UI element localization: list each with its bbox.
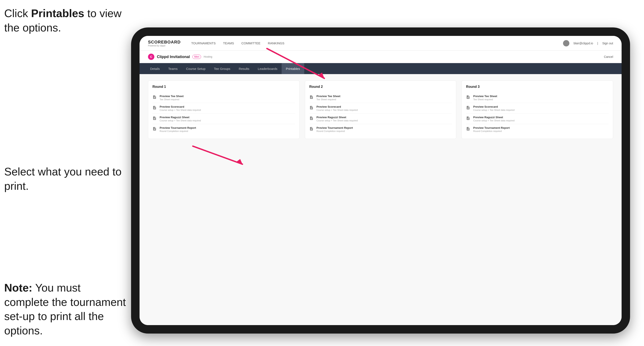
top-nav: SCOREBOARD Powered by clippd TOURNAMENTS… bbox=[140, 36, 622, 51]
r1-scorecard-title: Preview Scorecard bbox=[160, 105, 201, 108]
r1-raguzzi-sub: Course setup + Tee Sheet data required bbox=[160, 119, 201, 122]
round2-scorecard[interactable]: Preview Scorecard Course setup + Tee She… bbox=[309, 103, 452, 114]
tournament-badge: Men bbox=[192, 55, 201, 59]
r2-report-title: Preview Tournament Report bbox=[316, 126, 353, 129]
user-avatar bbox=[563, 40, 569, 46]
round1-tournament-report[interactable]: Preview Tournament Report Round Completi… bbox=[152, 124, 295, 135]
r3-scorecard-sub: Course setup + Tee Sheet data required bbox=[473, 109, 514, 111]
document-icon bbox=[309, 127, 314, 132]
r1-scorecard-sub: Course setup + Tee Sheet data required bbox=[160, 109, 201, 111]
round-1-title: Round 1 bbox=[152, 85, 295, 89]
app-content: SCOREBOARD Powered by clippd TOURNAMENTS… bbox=[140, 36, 622, 325]
tab-course-setup[interactable]: Course Setup bbox=[182, 63, 210, 74]
tab-details[interactable]: Details bbox=[146, 63, 164, 74]
instruction-top: Click Printables to view the options. bbox=[4, 6, 127, 35]
tab-bar: Details Teams Course Setup Tee Groups Re… bbox=[140, 63, 622, 74]
nav-left: SCOREBOARD Powered by clippd TOURNAMENTS… bbox=[148, 40, 284, 47]
round1-tee-sheet[interactable]: Preview Tee Sheet Tee Sheet required bbox=[152, 92, 295, 103]
separator: | bbox=[597, 42, 598, 45]
logo-sub: Powered by clippd bbox=[148, 44, 180, 47]
instruction-bottom: Note: You must complete the tournament s… bbox=[4, 281, 127, 338]
r2-report-sub: Round Completion required bbox=[316, 130, 353, 132]
tab-printables[interactable]: Printables bbox=[282, 63, 304, 74]
tablet-frame: SCOREBOARD Powered by clippd TOURNAMENTS… bbox=[131, 27, 630, 334]
scoreboard-logo: SCOREBOARD Powered by clippd bbox=[148, 40, 180, 47]
round3-scorecard[interactable]: Preview Scorecard Course setup + Tee She… bbox=[466, 103, 609, 114]
nav-committee[interactable]: COMMITTEE bbox=[242, 41, 260, 45]
round1-raguzzi[interactable]: Preview Raguzzi Sheet Course setup + Tee… bbox=[152, 114, 295, 124]
r1-raguzzi-title: Preview Raguzzi Sheet bbox=[160, 116, 201, 119]
user-email: blair@clippd.io bbox=[574, 42, 593, 45]
r2-tee-sheet-title: Preview Tee Sheet bbox=[316, 95, 340, 98]
document-icon bbox=[309, 95, 314, 100]
round-2-title: Round 2 bbox=[309, 85, 452, 89]
nav-links: TOURNAMENTS TEAMS COMMITTEE RANKINGS bbox=[191, 41, 284, 45]
r2-raguzzi-title: Preview Raguzzi Sheet bbox=[316, 116, 358, 119]
r1-tee-sheet-title: Preview Tee Sheet bbox=[160, 95, 184, 98]
tournament-logo-icon: C bbox=[148, 54, 154, 60]
nav-teams[interactable]: TEAMS bbox=[223, 41, 234, 45]
main-content: Round 1 Preview Tee Sheet Tee Sheet requ… bbox=[140, 74, 622, 325]
logo-title: SCOREBOARD bbox=[148, 40, 180, 44]
round3-tee-sheet[interactable]: Preview Tee Sheet Tee Sheet required bbox=[466, 92, 609, 103]
document-icon bbox=[309, 116, 314, 121]
document-icon bbox=[466, 127, 471, 132]
round2-raguzzi[interactable]: Preview Raguzzi Sheet Course setup + Tee… bbox=[309, 114, 452, 124]
document-icon bbox=[152, 106, 158, 111]
r3-raguzzi-title: Preview Raguzzi Sheet bbox=[473, 116, 514, 119]
round2-tournament-report[interactable]: Preview Tournament Report Round Completi… bbox=[309, 124, 452, 135]
r3-tee-sheet-sub: Tee Sheet required bbox=[473, 98, 497, 101]
r3-scorecard-title: Preview Scorecard bbox=[473, 105, 514, 108]
round-3-title: Round 3 bbox=[466, 85, 609, 89]
tournament-name: Clippd Invitational bbox=[157, 55, 190, 59]
nav-rankings[interactable]: RANKINGS bbox=[268, 41, 284, 45]
r2-scorecard-sub: Course setup + Tee Sheet data required bbox=[316, 109, 358, 111]
document-icon bbox=[152, 127, 158, 132]
nav-right: blair@clippd.io | Sign out bbox=[563, 40, 613, 46]
round3-raguzzi[interactable]: Preview Raguzzi Sheet Course setup + Tee… bbox=[466, 114, 609, 124]
tournament-header: C Clippd Invitational Men Hosting Cancel bbox=[140, 51, 622, 63]
round-1-column: Round 1 Preview Tee Sheet Tee Sheet requ… bbox=[148, 80, 300, 139]
printables-bold: Printables bbox=[31, 7, 84, 19]
document-icon bbox=[466, 106, 471, 111]
r3-raguzzi-sub: Course setup + Tee Sheet data required bbox=[473, 119, 514, 122]
r2-raguzzi-sub: Course setup + Tee Sheet data required bbox=[316, 119, 358, 122]
r1-report-title: Preview Tournament Report bbox=[160, 126, 196, 129]
tablet-screen: SCOREBOARD Powered by clippd TOURNAMENTS… bbox=[140, 36, 622, 325]
r2-tee-sheet-sub: Tee Sheet required bbox=[316, 98, 340, 101]
hosting-badge: Hosting bbox=[204, 55, 212, 58]
r2-scorecard-title: Preview Scorecard bbox=[316, 105, 358, 108]
tab-teams[interactable]: Teams bbox=[164, 63, 182, 74]
r1-tee-sheet-sub: Tee Sheet required bbox=[160, 98, 184, 101]
tab-results[interactable]: Results bbox=[234, 63, 254, 74]
round3-tournament-report[interactable]: Preview Tournament Report Round Completi… bbox=[466, 124, 609, 135]
r3-report-sub: Round Completion required bbox=[473, 130, 510, 132]
note-bold: Note: bbox=[4, 282, 32, 294]
cancel-button[interactable]: Cancel bbox=[604, 55, 613, 58]
tab-tee-groups[interactable]: Tee Groups bbox=[210, 63, 235, 74]
tournament-name-area: C Clippd Invitational Men Hosting bbox=[148, 54, 212, 60]
r3-tee-sheet-title: Preview Tee Sheet bbox=[473, 95, 497, 98]
document-icon bbox=[309, 106, 314, 111]
document-icon bbox=[466, 116, 471, 121]
nav-tournaments[interactable]: TOURNAMENTS bbox=[191, 41, 216, 45]
rounds-grid: Round 1 Preview Tee Sheet Tee Sheet requ… bbox=[148, 80, 613, 139]
instruction-middle: Select what you need to print. bbox=[4, 165, 127, 193]
document-icon bbox=[152, 95, 158, 100]
r3-report-title: Preview Tournament Report bbox=[473, 126, 510, 129]
round1-scorecard[interactable]: Preview Scorecard Course setup + Tee She… bbox=[152, 103, 295, 114]
document-icon bbox=[466, 95, 471, 100]
round-2-column: Round 2 Preview Tee Sheet Tee Sheet requ… bbox=[305, 80, 456, 139]
round2-tee-sheet[interactable]: Preview Tee Sheet Tee Sheet required bbox=[309, 92, 452, 103]
r1-report-sub: Round Completion required bbox=[160, 130, 196, 132]
sign-out-link[interactable]: Sign out bbox=[602, 42, 613, 45]
document-icon bbox=[152, 116, 158, 121]
round-3-column: Round 3 Preview Tee Sheet Tee Sheet requ… bbox=[462, 80, 613, 139]
tab-leaderboards[interactable]: Leaderboards bbox=[254, 63, 282, 74]
